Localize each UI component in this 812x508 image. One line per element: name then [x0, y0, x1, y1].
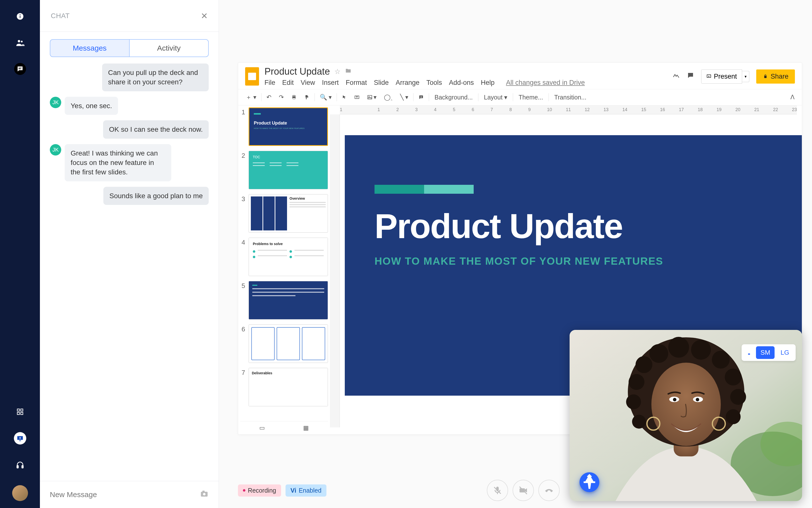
tab-activity[interactable]: Activity [130, 39, 209, 57]
svg-rect-1 [19, 16, 20, 18]
thumbnail-7[interactable]: 7Deliverables [240, 368, 328, 406]
people-icon[interactable] [14, 37, 26, 49]
transition-button[interactable]: Transition... [551, 92, 589, 102]
grid-view-icon[interactable]: ▦ [303, 424, 309, 427]
menu-bar: File Edit View Insert Format Slide Arran… [265, 79, 585, 87]
star-icon[interactable]: ☆ [334, 68, 341, 76]
thumbnail-3[interactable]: 3Overview [240, 194, 328, 233]
menu-insert[interactable]: Insert [322, 79, 339, 87]
textbox-tool[interactable] [352, 93, 362, 101]
chat-icon[interactable] [14, 63, 26, 75]
message-text: Yes, one sec. [65, 97, 118, 115]
share-button[interactable]: Share [756, 70, 795, 84]
paint-format-button[interactable] [302, 93, 312, 101]
headphones-icon[interactable] [14, 459, 26, 471]
recording-chip[interactable]: Recording [238, 484, 281, 497]
comment-tool[interactable] [416, 93, 426, 101]
shape-tool[interactable]: ◯˰ [381, 92, 395, 102]
close-icon[interactable]: ✕ [201, 11, 208, 21]
accent-bar [375, 185, 772, 194]
hangup-button[interactable] [538, 480, 560, 501]
image-tool[interactable]: ▾ [365, 92, 379, 102]
save-status[interactable]: All changes saved in Drive [506, 79, 585, 87]
menu-help[interactable]: Help [481, 79, 495, 87]
menu-slide[interactable]: Slide [374, 79, 389, 87]
pip-size-lg[interactable]: LG [776, 346, 794, 359]
info-icon[interactable] [14, 10, 26, 22]
menu-edit[interactable]: Edit [282, 79, 294, 87]
svg-point-47 [632, 415, 646, 429]
pip-size-control: SM LG [742, 344, 796, 361]
slides-logo-icon [245, 67, 259, 86]
svg-rect-7 [17, 409, 19, 411]
camera-off-button[interactable] [513, 480, 534, 501]
document-title[interactable]: Product Update [265, 66, 330, 77]
pin-button[interactable] [579, 472, 599, 492]
folder-icon[interactable] [345, 68, 351, 76]
apps-grid-icon[interactable] [14, 406, 26, 418]
sender-avatar: JK [50, 97, 61, 108]
menu-tools[interactable]: Tools [426, 79, 442, 87]
comments-icon[interactable] [687, 72, 694, 81]
redo-button[interactable]: ↷ [276, 92, 286, 102]
slide-thumbnails[interactable]: 1Product UpdateHOW TO MAKE THE MOST OF Y… [238, 105, 330, 427]
present-button[interactable]: Present [701, 70, 742, 84]
chat-message: Can you pull up the deck and share it on… [50, 64, 209, 91]
svg-rect-13 [17, 466, 18, 468]
svg-point-3 [17, 40, 20, 42]
present-dropdown[interactable]: ▾ [742, 71, 749, 82]
camera-icon[interactable] [200, 489, 209, 500]
svg-point-49 [673, 398, 676, 401]
thumbnail-1[interactable]: 1Product UpdateHOW TO MAKE THE MOST OF Y… [240, 108, 328, 146]
present-control: Present ▾ [701, 70, 749, 84]
background-button[interactable]: Background... [432, 92, 476, 102]
chat-message: JKGreat! I was thinking we can focus on … [50, 144, 209, 181]
vi-chip[interactable]: Vi Enabled [286, 484, 326, 497]
activity-icon[interactable] [672, 72, 680, 81]
layout-button[interactable]: Layout ▾ [481, 92, 510, 102]
chat-messages: Can you pull up the deck and share it on… [40, 57, 219, 481]
thumbnail-2[interactable]: 2TOC [240, 151, 328, 189]
select-tool[interactable] [339, 93, 349, 101]
menu-file[interactable]: File [265, 79, 275, 87]
new-slide-button[interactable]: ＋ ▾ [243, 92, 259, 103]
svg-rect-24 [368, 95, 372, 99]
svg-point-46 [626, 394, 641, 409]
chat-message: OK so I can see the deck now. [50, 120, 209, 139]
share-screen-button[interactable] [14, 432, 26, 444]
slides-titlebar: Product Update ☆ File Edit View Insert F… [238, 63, 802, 87]
slide-subtitle: HOW TO MAKE THE MOST OF YOUR NEW FEATURE… [375, 255, 772, 267]
video-pip[interactable]: SM LG [570, 330, 802, 501]
user-avatar[interactable] [12, 485, 28, 501]
chat-panel: CHAT ✕ Messages Activity Can you pull up… [40, 0, 219, 508]
menu-view[interactable]: View [301, 79, 315, 87]
menu-arrange[interactable]: Arrange [395, 79, 419, 87]
svg-point-51 [696, 398, 699, 401]
pip-size-sm[interactable]: SM [756, 346, 775, 359]
tab-messages[interactable]: Messages [50, 39, 130, 57]
new-message-input[interactable] [50, 491, 200, 499]
slides-toolbar: ＋ ▾ ↶ ↷ 🔍 ▾ ▾ ◯˰ ╲ ▾ Background... Layou… [238, 89, 802, 105]
svg-rect-27 [497, 492, 498, 494]
menu-addons[interactable]: Add-ons [449, 79, 474, 87]
sender-avatar: JK [50, 144, 61, 156]
thumbnail-4[interactable]: 4Problems to solve [240, 238, 328, 276]
thumbnail-view-controls: ▭ ▦ [240, 421, 328, 427]
theme-button[interactable]: Theme... [516, 92, 546, 102]
horizontal-ruler: 1123456789101112131415161718192021222324 [340, 105, 797, 114]
svg-point-45 [629, 374, 644, 390]
undo-button[interactable]: ↶ [264, 92, 274, 102]
filmstrip-view-icon[interactable]: ▭ [259, 424, 265, 427]
mic-mute-button[interactable] [487, 480, 508, 501]
zoom-button[interactable]: 🔍 ▾ [317, 92, 334, 102]
chat-tabs: Messages Activity [40, 32, 219, 57]
thumbnail-6[interactable]: 6 [240, 325, 328, 363]
main-content: Product Update ☆ File Edit View Insert F… [219, 0, 812, 508]
pip-size-min[interactable] [744, 346, 755, 357]
svg-point-44 [726, 409, 741, 424]
menu-format[interactable]: Format [346, 79, 367, 87]
collapse-toolbar-icon[interactable]: ᐱ [788, 92, 797, 102]
print-button[interactable] [289, 93, 299, 101]
line-tool[interactable]: ╲ ▾ [397, 92, 411, 102]
thumbnail-5[interactable]: 5 [240, 281, 328, 320]
